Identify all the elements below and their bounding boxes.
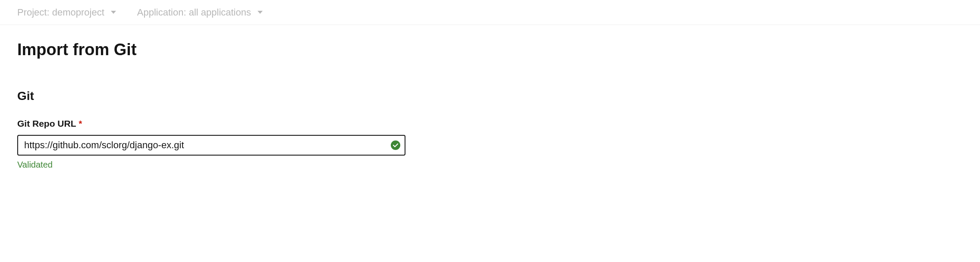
topbar: Project: demoproject Application: all ap… bbox=[0, 0, 980, 25]
svg-point-0 bbox=[391, 140, 400, 150]
main-content: Import from Git Git Git Repo URL * Valid… bbox=[0, 25, 980, 185]
check-circle-icon bbox=[391, 140, 400, 150]
project-selector[interactable]: Project: demoproject bbox=[17, 7, 116, 18]
validation-status-text: Validated bbox=[17, 160, 963, 170]
git-repo-url-label-row: Git Repo URL * bbox=[17, 119, 963, 129]
application-selector-label: Application: all applications bbox=[137, 7, 251, 18]
application-selector[interactable]: Application: all applications bbox=[137, 7, 263, 18]
caret-down-icon bbox=[257, 10, 263, 15]
caret-down-icon bbox=[110, 10, 116, 15]
git-repo-url-input-wrapper bbox=[17, 135, 405, 156]
git-repo-url-input[interactable] bbox=[17, 135, 405, 156]
git-repo-url-label: Git Repo URL bbox=[17, 119, 76, 129]
project-selector-label: Project: demoproject bbox=[17, 7, 104, 18]
required-marker: * bbox=[79, 119, 82, 129]
git-section-title: Git bbox=[17, 89, 963, 103]
page-title: Import from Git bbox=[17, 41, 963, 59]
